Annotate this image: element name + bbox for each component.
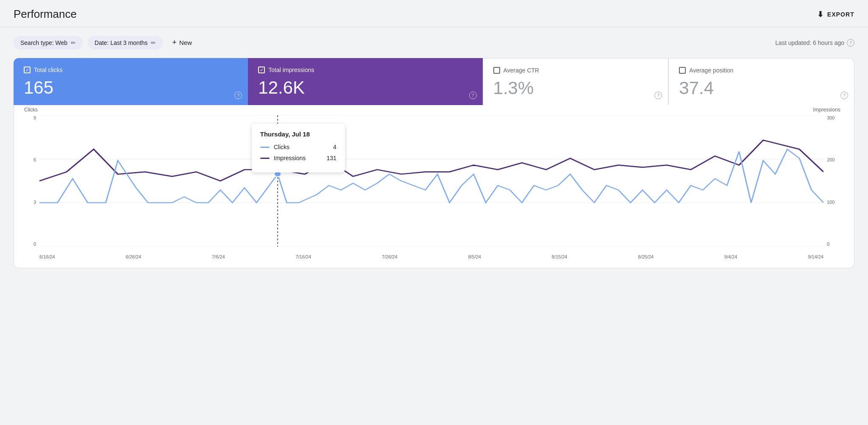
total-clicks-checkbox[interactable] xyxy=(24,67,31,73)
export-label: EXPORT xyxy=(827,11,854,18)
last-updated-help-icon[interactable]: ? xyxy=(847,39,854,47)
total-clicks-label: Total clicks xyxy=(34,67,63,73)
x-tick-2: 6/26/24 xyxy=(126,254,142,259)
tooltip-clicks-label: Clicks xyxy=(274,144,329,150)
tooltip-impressions-value: 131 xyxy=(326,155,336,161)
average-ctr-header: Average CTR xyxy=(493,67,658,74)
page-title: Performance xyxy=(14,8,77,21)
tooltip-impressions-row: Impressions 131 xyxy=(260,155,337,161)
tooltip-clicks-value: 4 xyxy=(333,144,337,150)
x-tick-10: 9/14/24 xyxy=(808,254,823,259)
tooltip-clicks-row: Clicks 4 xyxy=(260,144,337,150)
average-ctr-value: 1.3% xyxy=(493,78,658,98)
page-container: Performance ⬇ EXPORT Search type: Web ✏ … xyxy=(0,0,868,282)
tooltip-impressions-line xyxy=(260,158,270,159)
x-tick-3: 7/6/24 xyxy=(212,254,225,259)
average-position-value: 37.4 xyxy=(679,78,844,98)
total-impressions-checkbox[interactable] xyxy=(258,67,265,73)
left-axis-label: Clicks xyxy=(24,107,38,113)
x-tick-6: 8/5/24 xyxy=(468,254,481,259)
y-axis-right: 300 200 100 0 xyxy=(823,115,840,247)
right-axis-label: Impressions xyxy=(813,107,840,113)
chart-area: Clicks Impressions 9 6 3 0 300 200 100 0 xyxy=(24,115,840,259)
y-right-tick-100: 100 xyxy=(827,200,835,205)
y-right-tick-200: 200 xyxy=(827,157,835,162)
metrics-cards: Total clicks 165 ? Total impressions 12.… xyxy=(14,58,854,105)
chart-svg-area xyxy=(39,115,823,247)
chart-container: Clicks Impressions 9 6 3 0 300 200 100 0 xyxy=(14,105,854,268)
metric-card-total-impressions[interactable]: Total impressions 12.6K ? xyxy=(248,58,482,105)
main-content: Total clicks 165 ? Total impressions 12.… xyxy=(0,58,868,282)
y-left-tick-6: 6 xyxy=(33,157,36,162)
export-icon: ⬇ xyxy=(817,10,824,19)
total-clicks-header: Total clicks xyxy=(24,67,238,73)
total-impressions-header: Total impressions xyxy=(258,67,472,73)
tooltip-clicks-line xyxy=(260,147,270,148)
x-axis-labels: 6/16/24 6/26/24 7/6/24 7/16/24 7/26/24 8… xyxy=(39,254,823,259)
total-impressions-label: Total impressions xyxy=(268,67,314,73)
new-button[interactable]: + New xyxy=(168,35,196,50)
x-tick-1: 6/16/24 xyxy=(39,254,55,259)
average-position-header: Average position xyxy=(679,67,844,74)
x-tick-8: 8/25/24 xyxy=(638,254,654,259)
search-type-label: Search type: Web xyxy=(20,39,67,46)
header: Performance ⬇ EXPORT xyxy=(0,0,868,27)
x-tick-7: 8/15/24 xyxy=(552,254,568,259)
x-tick-5: 7/26/24 xyxy=(382,254,398,259)
total-clicks-help-icon[interactable]: ? xyxy=(234,92,242,99)
y-left-tick-3: 3 xyxy=(33,200,36,205)
chart-svg xyxy=(39,115,823,247)
y-right-tick-300: 300 xyxy=(827,115,835,120)
x-tick-9: 9/4/24 xyxy=(724,254,737,259)
average-position-checkbox[interactable] xyxy=(679,67,686,74)
metric-card-total-clicks[interactable]: Total clicks 165 ? xyxy=(14,58,248,105)
y-right-tick-0: 0 xyxy=(827,242,829,247)
date-label: Date: Last 3 months xyxy=(95,39,147,46)
edit-date-icon: ✏ xyxy=(151,39,156,46)
last-updated: Last updated: 6 hours ago ? xyxy=(775,39,854,47)
chart-tooltip: Thursday, Jul 18 Clicks 4 Impressions 13… xyxy=(252,124,345,172)
search-type-filter[interactable]: Search type: Web ✏ xyxy=(14,36,83,50)
tooltip-date: Thursday, Jul 18 xyxy=(260,131,337,138)
date-filter[interactable]: Date: Last 3 months ✏ xyxy=(88,36,163,50)
average-ctr-label: Average CTR xyxy=(504,67,540,74)
filter-bar: Search type: Web ✏ Date: Last 3 months ✏… xyxy=(0,27,868,58)
new-label: New xyxy=(179,39,192,46)
tooltip-impressions-label: Impressions xyxy=(274,155,323,161)
total-clicks-value: 165 xyxy=(24,78,238,98)
edit-search-type-icon: ✏ xyxy=(71,39,76,46)
average-position-help-icon[interactable]: ? xyxy=(840,92,848,99)
average-ctr-checkbox[interactable] xyxy=(493,67,500,74)
total-impressions-help-icon[interactable]: ? xyxy=(469,92,477,99)
total-impressions-value: 12.6K xyxy=(258,78,472,98)
plus-icon: + xyxy=(172,38,177,47)
metric-card-average-position[interactable]: Average position 37.4 ? xyxy=(668,58,854,105)
average-position-label: Average position xyxy=(689,67,733,74)
x-tick-4: 7/16/24 xyxy=(295,254,311,259)
y-left-tick-0: 0 xyxy=(33,242,36,247)
average-ctr-help-icon[interactable]: ? xyxy=(654,92,662,99)
y-axis-left: 9 6 3 0 xyxy=(24,115,39,247)
metric-card-average-ctr[interactable]: Average CTR 1.3% ? xyxy=(483,58,669,105)
y-left-tick-9: 9 xyxy=(33,115,36,120)
export-button[interactable]: ⬇ EXPORT xyxy=(817,10,854,19)
